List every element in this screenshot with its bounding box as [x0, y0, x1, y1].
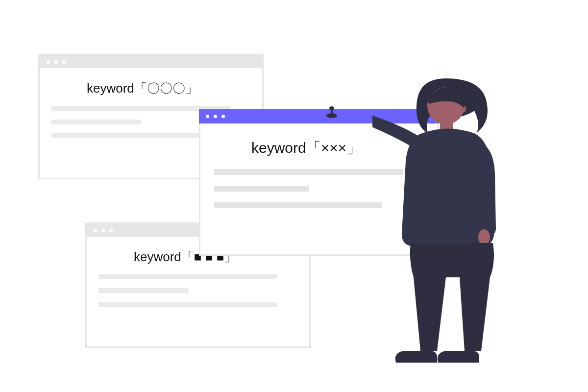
window-control-dot-icon [54, 60, 58, 64]
placeholder-line [214, 186, 309, 192]
svg-point-2 [329, 106, 334, 110]
placeholder-line [98, 288, 188, 293]
svg-point-7 [478, 229, 490, 245]
window-titlebar [40, 55, 262, 68]
placeholder-line [51, 120, 141, 124]
window-control-dot-icon [101, 229, 105, 232]
placeholder-line [98, 274, 277, 279]
placeholder-line [98, 302, 277, 307]
window-control-dot-icon [62, 60, 66, 64]
keyword-label: keyword「〇〇〇」 [87, 80, 250, 97]
window-control-dot-icon [94, 229, 97, 232]
pin-icon [324, 106, 339, 121]
window-control-dot-icon [206, 115, 209, 118]
window-control-dot-icon [47, 60, 50, 64]
window-control-dot-icon [109, 229, 113, 232]
person-illustration [372, 69, 539, 372]
illustration-stage: keyword「〇〇〇」 keyword「■ ■ ■」 [0, 0, 588, 392]
window-control-dot-icon [221, 115, 225, 118]
window-control-dot-icon [214, 115, 217, 118]
placeholder-line [214, 202, 382, 208]
